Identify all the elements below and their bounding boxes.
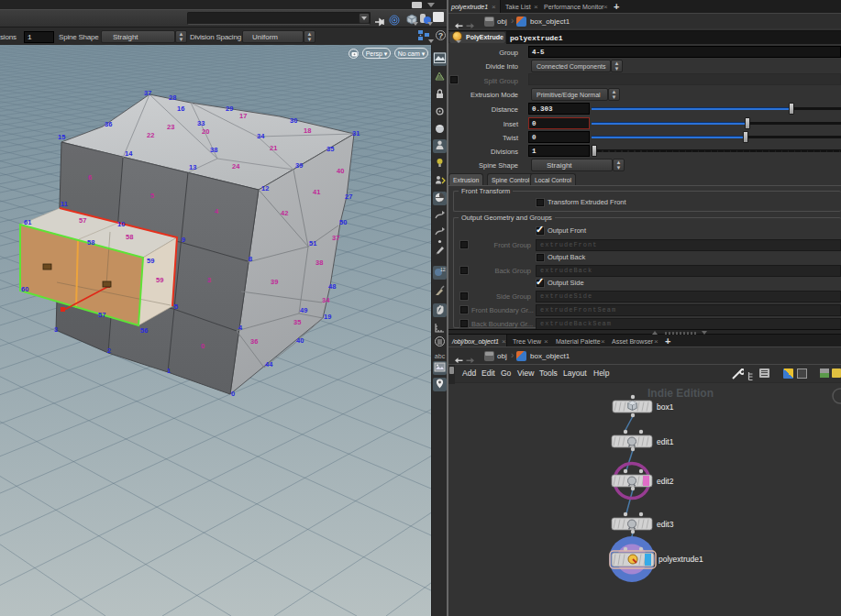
svg-text:5: 5	[174, 302, 178, 311]
svg-text:18: 18	[304, 126, 311, 135]
svg-text:37: 37	[332, 234, 339, 242]
svg-text:30: 30	[290, 116, 297, 125]
svg-text:42: 42	[281, 209, 288, 217]
svg-text:34: 34	[322, 296, 330, 304]
svg-text:35: 35	[326, 145, 334, 153]
svg-text:38: 38	[315, 258, 323, 267]
svg-text:19: 19	[324, 313, 331, 321]
svg-text:8: 8	[249, 255, 252, 263]
svg-text:36: 36	[105, 120, 112, 128]
svg-text:15: 15	[58, 133, 65, 141]
svg-text:38: 38	[210, 146, 217, 154]
svg-text:40: 40	[296, 336, 304, 345]
svg-text:3: 3	[207, 276, 211, 284]
svg-text:39: 39	[271, 278, 278, 286]
svg-text:28: 28	[169, 94, 176, 102]
svg-text:59: 59	[147, 257, 154, 265]
svg-text:17: 17	[239, 112, 247, 120]
svg-text:31: 31	[352, 129, 360, 138]
svg-text:58: 58	[126, 233, 133, 241]
svg-text:1: 1	[167, 367, 171, 375]
svg-text:60: 60	[21, 285, 28, 293]
svg-text:13: 13	[189, 163, 196, 171]
svg-text:58: 58	[87, 238, 94, 247]
svg-text:40: 40	[337, 167, 344, 175]
svg-text:49: 49	[300, 306, 307, 314]
svg-text:41: 41	[313, 188, 320, 196]
svg-text:16: 16	[177, 104, 184, 113]
svg-text:3: 3	[54, 325, 58, 334]
svg-text:34: 34	[257, 132, 265, 140]
svg-text:57: 57	[79, 216, 86, 225]
svg-text:29: 29	[226, 104, 233, 113]
svg-text:48: 48	[328, 282, 336, 291]
svg-text:33: 33	[197, 119, 205, 127]
svg-text:22: 22	[147, 131, 154, 139]
svg-text:9: 9	[182, 236, 185, 244]
svg-text:27: 27	[345, 192, 352, 201]
svg-text:61: 61	[24, 218, 31, 226]
svg-text:5: 5	[150, 192, 154, 200]
svg-text:20: 20	[202, 127, 209, 136]
svg-text:0: 0	[231, 390, 235, 398]
svg-text:44: 44	[265, 360, 273, 368]
svg-text:21: 21	[270, 144, 277, 152]
svg-text:Indie Edition: Indie Edition	[647, 387, 714, 400]
svg-text:39: 39	[295, 161, 303, 170]
svg-text:57: 57	[98, 311, 105, 319]
svg-text:6: 6	[88, 173, 92, 182]
svg-text:11: 11	[61, 200, 68, 208]
svg-text:14: 14	[125, 149, 133, 158]
svg-text:51: 51	[309, 239, 316, 248]
svg-text:123: 123	[440, 267, 446, 272]
svg-text:23: 23	[167, 123, 174, 131]
svg-text:59: 59	[156, 276, 163, 284]
svg-text:24: 24	[232, 162, 240, 170]
svg-text:37: 37	[144, 89, 151, 97]
svg-text:10: 10	[117, 220, 125, 228]
svg-text:12: 12	[261, 184, 269, 192]
svg-text:50: 50	[339, 218, 347, 226]
svg-text:35: 35	[293, 318, 301, 326]
svg-text:0: 0	[201, 342, 205, 350]
svg-text:2: 2	[107, 346, 111, 355]
svg-text:56: 56	[140, 326, 148, 335]
svg-text:36: 36	[250, 337, 258, 346]
